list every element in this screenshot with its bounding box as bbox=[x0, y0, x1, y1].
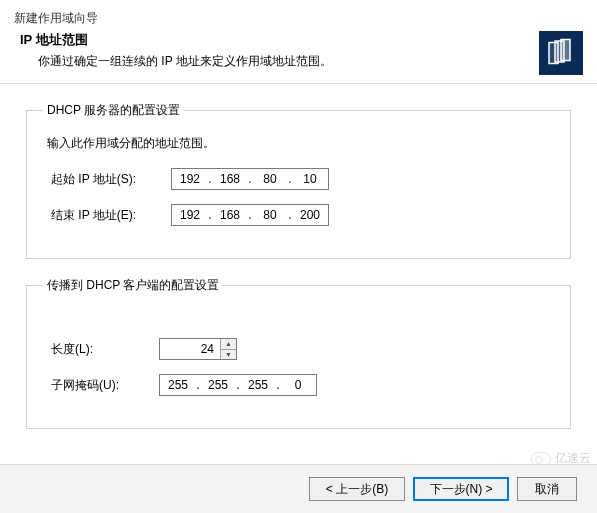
start-ip-label: 起始 IP 地址(S): bbox=[51, 171, 171, 188]
end-ip-octet-1[interactable]: 192 bbox=[178, 208, 202, 222]
start-ip-octet-3[interactable]: 80 bbox=[258, 172, 282, 186]
length-spinner[interactable]: 24 ▲ ▼ bbox=[159, 338, 237, 360]
back-button[interactable]: < 上一步(B) bbox=[309, 477, 405, 501]
wizard-title: 新建作用域向导 bbox=[0, 0, 597, 31]
wizard-button-bar: < 上一步(B) 下一步(N) > 取消 bbox=[0, 464, 597, 513]
end-ip-octet-4[interactable]: 200 bbox=[298, 208, 322, 222]
start-ip-octet-1[interactable]: 192 bbox=[178, 172, 202, 186]
header-text: IP 地址范围 你通过确定一组连续的 IP 地址来定义作用域地址范围。 bbox=[20, 31, 531, 70]
length-spinner-down[interactable]: ▼ bbox=[221, 350, 236, 360]
length-spinner-buttons: ▲ ▼ bbox=[220, 339, 236, 359]
end-ip-input[interactable]: 192. 168. 80. 200 bbox=[171, 204, 329, 226]
wizard-content: DHCP 服务器的配置设置 输入此作用域分配的地址范围。 起始 IP 地址(S)… bbox=[0, 84, 597, 453]
end-ip-octet-2[interactable]: 168 bbox=[218, 208, 242, 222]
scope-wizard-icon bbox=[539, 31, 583, 75]
page-description: 你通过确定一组连续的 IP 地址来定义作用域地址范围。 bbox=[38, 53, 531, 70]
subnet-mask-label: 子网掩码(U): bbox=[51, 377, 159, 394]
next-button[interactable]: 下一步(N) > bbox=[413, 477, 509, 501]
start-ip-row: 起始 IP 地址(S): 192. 168. 80. 10 bbox=[51, 168, 554, 190]
end-ip-octet-3[interactable]: 80 bbox=[258, 208, 282, 222]
dhcp-client-settings-legend: 传播到 DHCP 客户端的配置设置 bbox=[43, 277, 223, 294]
mask-octet-1[interactable]: 255 bbox=[166, 378, 190, 392]
dhcp-server-settings-legend: DHCP 服务器的配置设置 bbox=[43, 102, 184, 119]
start-ip-octet-4[interactable]: 10 bbox=[298, 172, 322, 186]
address-range-description: 输入此作用域分配的地址范围。 bbox=[47, 135, 554, 152]
length-label: 长度(L): bbox=[51, 341, 159, 358]
page-title: IP 地址范围 bbox=[20, 31, 531, 49]
mask-octet-2[interactable]: 255 bbox=[206, 378, 230, 392]
mask-octet-3[interactable]: 255 bbox=[246, 378, 270, 392]
subnet-mask-input[interactable]: 255. 255. 255. 0 bbox=[159, 374, 317, 396]
end-ip-label: 结束 IP 地址(E): bbox=[51, 207, 171, 224]
length-row: 长度(L): 24 ▲ ▼ bbox=[51, 338, 554, 360]
cancel-button[interactable]: 取消 bbox=[517, 477, 577, 501]
dhcp-client-settings-group: 传播到 DHCP 客户端的配置设置 长度(L): 24 ▲ ▼ 子网掩码(U):… bbox=[26, 277, 571, 429]
length-spinner-up[interactable]: ▲ bbox=[221, 339, 236, 350]
end-ip-row: 结束 IP 地址(E): 192. 168. 80. 200 bbox=[51, 204, 554, 226]
wizard-header: IP 地址范围 你通过确定一组连续的 IP 地址来定义作用域地址范围。 bbox=[0, 31, 597, 84]
start-ip-input[interactable]: 192. 168. 80. 10 bbox=[171, 168, 329, 190]
dhcp-server-settings-group: DHCP 服务器的配置设置 输入此作用域分配的地址范围。 起始 IP 地址(S)… bbox=[26, 102, 571, 259]
length-value[interactable]: 24 bbox=[160, 339, 220, 359]
subnet-mask-row: 子网掩码(U): 255. 255. 255. 0 bbox=[51, 374, 554, 396]
start-ip-octet-2[interactable]: 168 bbox=[218, 172, 242, 186]
mask-octet-4[interactable]: 0 bbox=[286, 378, 310, 392]
